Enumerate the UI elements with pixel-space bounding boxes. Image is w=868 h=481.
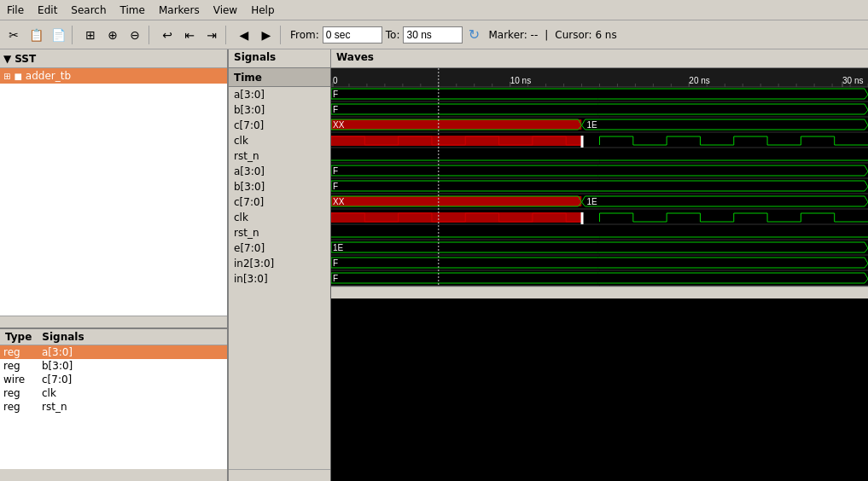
main-area: ▼ SST ⊞ ■ adder_tb Type Signals rega[3:0… [0,49,868,481]
to-label: To: [386,29,400,41]
sst-signal-row[interactable]: rega[3:0] [0,345,227,359]
toolbar-sep-2 [149,26,154,44]
signal-names-list: a[3:0]b[3:0]c[7:0]clkrst_na[3:0]b[3:0]c[… [229,87,330,469]
signal-name-item[interactable]: clk [229,210,330,225]
col-signal-header: Signals [37,329,89,345]
content-row: ▼ SST ⊞ ■ adder_tb Type Signals rega[3:0… [0,49,868,481]
menu-markers[interactable]: Markers [152,3,207,18]
signals-header: Signals [229,49,331,67]
signal-name-item[interactable]: a[3:0] [229,87,330,102]
sst-header: ▼ SST [0,49,227,68]
menu-time[interactable]: Time [114,3,152,18]
sst-expand-icon[interactable]: ▼ [3,53,11,65]
zoom-out-button[interactable]: ⊖ [125,25,145,45]
menu-file[interactable]: File [0,3,31,18]
tree-item-icon: ■ [14,72,21,81]
nav-back-button[interactable]: ↩ [157,25,178,45]
from-label: From: [290,29,319,41]
copy-button[interactable]: 📋 [26,25,46,45]
toolbar: ✂ 📋 📄 ⊞ ⊕ ⊖ ↩ ⇤ ⇥ ◀ ▶ From: To: ↻ Marker… [0,20,868,49]
to-input[interactable] [403,26,463,43]
signal-name: rst_n [38,401,71,413]
sst-scrollbar-h[interactable] [0,316,227,327]
sst-title: SST [15,53,36,65]
zoom-in-button[interactable]: ⊕ [102,25,123,45]
signal-name: clk [38,387,60,399]
time-col-header: Time [229,68,330,87]
prev-marker-button[interactable]: ◀ [234,25,254,45]
sst-panel: ▼ SST ⊞ ■ adder_tb Type Signals rega[3:0… [0,49,229,481]
signal-name-item[interactable]: rst_n [229,148,330,164]
next-marker-button[interactable]: ▶ [256,25,277,45]
signal-name-item[interactable]: clk [229,133,330,148]
menu-edit[interactable]: Edit [31,3,64,18]
signals-waves-body: Time a[3:0]b[3:0]c[7:0]clkrst_na[3:0]b[3… [229,68,868,481]
pipe-sep: | [545,29,548,41]
signal-type: wire [0,374,38,385]
sst-bottom-scrollbar[interactable] [0,469,227,481]
signal-name: b[3:0] [38,360,76,372]
sst-signal-row[interactable]: regclk [0,386,227,400]
toolbar-sep-1 [72,26,77,44]
signal-name: a[3:0] [38,346,76,358]
zoom-fit-button[interactable]: ⊞ [80,25,101,45]
waves-canvas[interactable] [331,68,868,298]
from-input[interactable] [323,26,382,43]
col-type-header: Type [0,329,37,345]
cut-button[interactable]: ✂ [3,25,24,45]
nav-end-button[interactable]: ⇥ [201,25,222,45]
signal-type: reg [0,360,38,372]
tree-item-label: adder_tb [26,70,71,82]
menubar: File Edit Search Time Markers View Help [0,0,868,20]
signal-name-item[interactable]: e[7:0] [229,240,330,256]
sst-tree: ⊞ ■ adder_tb [0,68,227,316]
sst-signal-row[interactable]: wirec[7:0] [0,373,227,386]
sst-signal-row[interactable]: regrst_n [0,400,227,414]
menu-search[interactable]: Search [64,3,113,18]
paste-button[interactable]: 📄 [48,25,68,45]
signal-name: c[7:0] [38,374,75,385]
signal-name-item[interactable]: rst_n [229,225,330,240]
sst-bottom-header: Type Signals [0,329,227,345]
signal-name-item[interactable]: b[3:0] [229,179,330,194]
signal-type: reg [0,346,38,358]
signals-h-scrollbar[interactable] [229,469,330,481]
waves-header: Waves [331,49,868,67]
signal-name-item[interactable]: in2[3:0] [229,256,330,271]
menu-view[interactable]: View [207,3,244,18]
panels-header-row: Signals Waves [229,49,868,68]
sst-bottom: Type Signals rega[3:0]regb[3:0]wirec[7:0… [0,327,227,481]
signal-type: reg [0,387,38,399]
signal-type: reg [0,401,38,413]
sst-tree-item-adder-tb[interactable]: ⊞ ■ adder_tb [0,68,227,84]
sst-signal-row[interactable]: regb[3:0] [0,359,227,373]
refresh-button[interactable]: ↻ [464,26,483,44]
signal-name-item[interactable]: b[3:0] [229,102,330,118]
signal-name-item[interactable]: c[7:0] [229,118,330,133]
marker-info: Marker: -- [488,29,538,41]
toolbar-sep-3 [225,26,230,44]
signal-name-item[interactable]: c[7:0] [229,194,330,210]
nav-start-button[interactable]: ⇤ [179,25,200,45]
waves-area [331,68,868,481]
cursor-info: Cursor: 6 ns [555,29,616,41]
sst-signal-list: rega[3:0]regb[3:0]wirec[7:0]regclkregrst… [0,345,227,469]
right-section: Signals Waves Time a[3:0]b[3:0]c[7:0]clk… [229,49,868,481]
signal-name-item[interactable]: in[3:0] [229,271,330,287]
signals-column: Time a[3:0]b[3:0]c[7:0]clkrst_na[3:0]b[3… [229,68,331,481]
tree-expand-icon[interactable]: ⊞ [3,72,10,81]
toolbar-sep-4 [280,26,285,44]
menu-help[interactable]: Help [244,3,281,18]
signal-name-item[interactable]: a[3:0] [229,164,330,179]
